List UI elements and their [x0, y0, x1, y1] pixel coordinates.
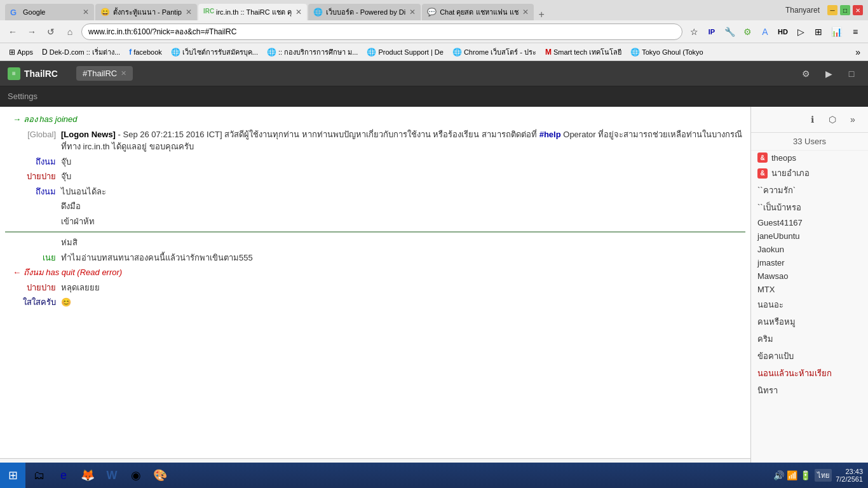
- board-tab-icon: 🌐: [313, 8, 322, 17]
- bookmark-service[interactable]: 🌐 :: กองบริการการศึกษา ม...: [263, 45, 362, 59]
- bookmark-apps[interactable]: ⊞ Apps: [5, 45, 37, 59]
- user-name-janeubuntu: janeUbuntu: [757, 231, 800, 241]
- network-icon[interactable]: 📶: [787, 470, 797, 480]
- user-item-krim[interactable]: คริม: [751, 330, 868, 348]
- tab-pantip-close[interactable]: ✕: [186, 8, 192, 17]
- taskbar-explorer[interactable]: 🗂: [28, 464, 51, 487]
- bookmark-smart[interactable]: M Smart tech เทคโนโลยี: [541, 45, 625, 59]
- taskbar-word[interactable]: W: [100, 464, 123, 487]
- maximize-button[interactable]: □: [840, 5, 850, 15]
- msg-global-content: [Logon News] - Sep 26 07:21:15 2016 ICT]…: [61, 128, 745, 153]
- tab-chat[interactable]: 💬 Chat คุยสด แชหาแฟน แช ✕: [422, 4, 533, 20]
- volume-icon[interactable]: 🔊: [773, 470, 784, 480]
- user-name-konmuehmu: คนหรือหมู: [757, 315, 796, 329]
- explorer-icon: 🗂: [34, 469, 45, 482]
- user-item-janeubuntu[interactable]: janeUbuntu: [751, 229, 868, 243]
- user-item-khoklapib[interactable]: ข้อคาแป้บ: [751, 348, 868, 365]
- address-input[interactable]: [81, 24, 682, 40]
- bookmark-support[interactable]: 🌐 Product Support | De: [363, 45, 447, 59]
- taskbar-chrome[interactable]: ◉: [125, 464, 147, 487]
- start-button[interactable]: ⊞: [0, 463, 25, 488]
- tab-chat-close[interactable]: ✕: [522, 8, 529, 17]
- user-item-benpamhod[interactable]: ``เป็นบ้าหรอ: [751, 199, 868, 216]
- bookmark-website[interactable]: 🌐 เว็บไซต์การรับสมัครบุค...: [167, 45, 262, 59]
- user-item-guest41167[interactable]: Guest41167: [751, 216, 868, 229]
- close-button[interactable]: ✕: [853, 5, 863, 15]
- forward-button[interactable]: →: [24, 24, 39, 39]
- msg-global: [Global] [Logon News] - Sep 26 07:21:15 …: [0, 127, 750, 154]
- bookmark-dek[interactable]: D Dek-D.com :: เริ่มต่าง...: [38, 45, 124, 59]
- msg-4-nick: [5, 200, 56, 213]
- dek-bookmark-icon: D: [42, 48, 48, 57]
- user-item-nitra[interactable]: นิทรา: [751, 382, 868, 399]
- translate-icon[interactable]: A: [757, 24, 773, 39]
- user-item-jaokun[interactable]: Jaokun: [751, 243, 868, 256]
- extra-icon[interactable]: 📊: [829, 24, 844, 39]
- more-menu-icon[interactable]: ≡: [848, 24, 863, 39]
- user-item-mtx[interactable]: MTX: [751, 283, 868, 296]
- irc-channel-tab[interactable]: #ThailRC ✕: [76, 66, 133, 81]
- taskbar-paint[interactable]: 🎨: [149, 464, 172, 487]
- tab-pantip[interactable]: 😄 ตั้งกระทู้แนนา - Pantip ✕: [95, 4, 197, 20]
- user-item-nonlaew[interactable]: นอนแล้วนะห้ามเรียก: [751, 365, 868, 382]
- tab-google[interactable]: G Google ✕: [5, 4, 94, 20]
- minimize-button[interactable]: ─: [827, 5, 837, 15]
- irc-expand-btn[interactable]: ▶: [820, 65, 837, 83]
- panel-info-icon[interactable]: ℹ: [803, 111, 821, 128]
- user-badge-theops: &: [757, 152, 768, 163]
- windows-icon: ⊞: [8, 468, 18, 482]
- google-tab-icon: G: [10, 8, 19, 17]
- irc-more-btn[interactable]: □: [843, 65, 860, 83]
- irc-tab-list: #ThailRC ✕: [76, 66, 792, 81]
- user-item-konmuehmu[interactable]: คนหรือหมู: [751, 313, 868, 330]
- msg-6-content: ห่มสิ: [61, 236, 745, 249]
- bookmark-facebook[interactable]: f facebook: [125, 45, 166, 59]
- user-name-benpamhod: ``เป็นบ้าหรอ: [757, 201, 801, 214]
- tools-icon[interactable]: 🔧: [722, 24, 737, 39]
- play-icon[interactable]: ▷: [793, 24, 808, 39]
- language-indicator[interactable]: ไทย: [815, 469, 832, 482]
- user-item-mawsao[interactable]: Mawsao: [751, 269, 868, 283]
- msg-7: เนย ทำไมอ่านบทสนทนาสองคนนี้แล้วน่ารักพาเ…: [0, 250, 750, 266]
- user-item-kwamrak[interactable]: ``ความรัก`: [751, 182, 868, 199]
- taskbar-firefox[interactable]: 🦊: [76, 464, 99, 487]
- panel-more-icon[interactable]: »: [844, 111, 862, 128]
- address-bar: ← → ↺ ⌂ ☆ IP 🔧 ⚙ A HD ▷ ⊞ 📊 ≡: [0, 20, 868, 43]
- bookmark-tokyo[interactable]: 🌐 Tokyo Ghoul (Tokyo: [627, 45, 707, 59]
- browser-user: Thanyaret: [785, 6, 820, 15]
- tab-thairc-title: irc.in.th :: ThaiRC แชต คุ: [216, 6, 292, 18]
- user-item-theops[interactable]: & theops: [751, 151, 868, 165]
- refresh-button[interactable]: ↺: [43, 24, 58, 39]
- irc-main: → ลอง has joined [Global] [Logon News] -…: [0, 107, 868, 488]
- bookmarks-overflow-button[interactable]: »: [853, 46, 863, 58]
- grid-icon[interactable]: ⊞: [811, 24, 826, 39]
- browser-chrome: G Google ✕ 😄 ตั้งกระทู้แนนา - Pantip ✕ I…: [0, 0, 868, 61]
- home-button[interactable]: ⌂: [62, 24, 78, 39]
- bookmark-chrome[interactable]: 🌐 Chrome เว็บสโตร์ - ประ: [449, 45, 540, 59]
- bookmark-apps-label: Apps: [17, 48, 33, 56]
- irc-settings-btn[interactable]: ⚙: [797, 65, 815, 83]
- tokyo-bookmark-icon: 🌐: [630, 48, 640, 57]
- new-tab-button[interactable]: +: [535, 9, 548, 20]
- lang-switch[interactable]: HD: [775, 24, 790, 39]
- tab-thairc-close[interactable]: ✕: [295, 8, 302, 17]
- extensions-icon[interactable]: ⚙: [740, 24, 755, 39]
- irc-tab-close-icon[interactable]: ✕: [121, 69, 126, 78]
- tab-thairc[interactable]: IRC irc.in.th :: ThaiRC แชต คุ ✕: [198, 4, 307, 20]
- bookmark-star-icon[interactable]: ☆: [686, 24, 702, 39]
- tab-board-close[interactable]: ✕: [409, 8, 416, 17]
- panel-export-icon[interactable]: ⬡: [824, 111, 841, 128]
- back-button[interactable]: ←: [5, 24, 20, 39]
- taskbar-apps: 🗂 e 🦊 W ◉ 🎨: [25, 464, 768, 487]
- user-item-jmaster[interactable]: jmaster: [751, 256, 868, 269]
- msg-2-content: จุ๊บ: [61, 170, 745, 183]
- tab-google-close[interactable]: ✕: [83, 8, 89, 17]
- battery-icon[interactable]: 🔋: [800, 470, 811, 480]
- tab-board[interactable]: 🌐 เว็บบอร์ด - Powered by Di ✕: [308, 4, 421, 20]
- ie-compat-icon[interactable]: IP: [704, 24, 719, 39]
- user-item-uaua[interactable]: นอนอะ: [751, 296, 868, 313]
- user-item-nayamphoe[interactable]: & นายอำเภอ: [751, 165, 868, 182]
- taskbar-ie[interactable]: e: [52, 464, 75, 487]
- irc-settings-label[interactable]: Settings: [8, 92, 37, 101]
- chat-area: → ลอง has joined [Global] [Logon News] -…: [0, 107, 750, 488]
